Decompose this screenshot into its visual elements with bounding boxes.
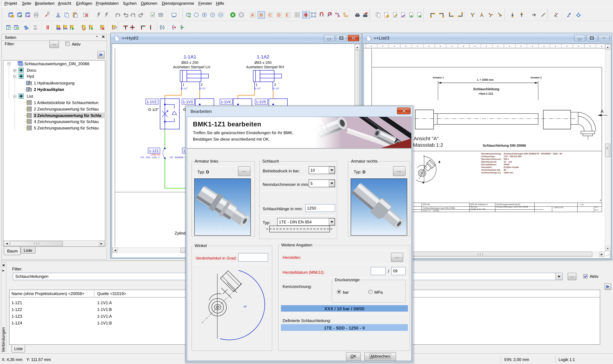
svg-text:β: β <box>243 305 247 308</box>
svg-text:ß: ß <box>439 161 440 163</box>
